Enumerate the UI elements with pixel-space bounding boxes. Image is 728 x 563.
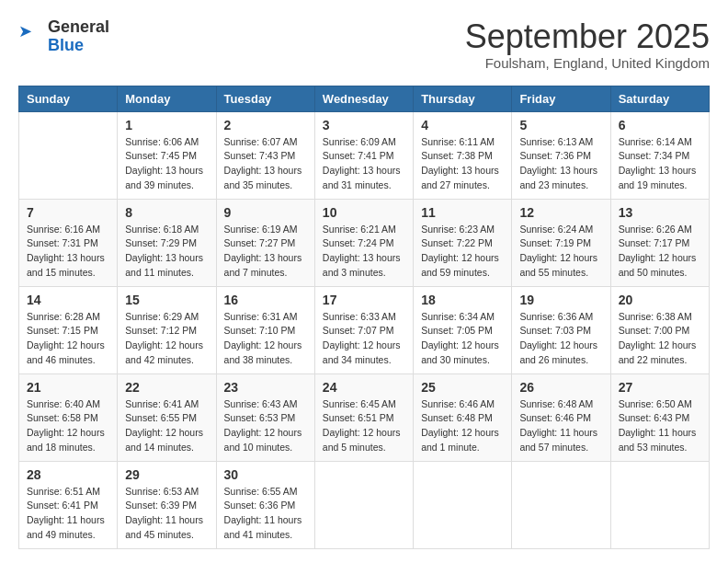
calendar-day-cell: 13Sunrise: 6:26 AMSunset: 7:17 PMDayligh…	[610, 199, 709, 286]
day-info: Sunrise: 6:38 AMSunset: 7:00 PMDaylight:…	[619, 310, 701, 368]
calendar-day-cell: 3Sunrise: 6:09 AMSunset: 7:41 PMDaylight…	[314, 111, 413, 199]
calendar-day-cell: 8Sunrise: 6:18 AMSunset: 7:29 PMDaylight…	[118, 199, 216, 286]
day-number: 18	[421, 293, 504, 307]
day-number: 26	[519, 380, 602, 395]
day-number: 23	[224, 380, 307, 395]
calendar-day-header: Friday	[512, 86, 610, 111]
page-header: ➤ General Blue September 2025 Foulsham, …	[18, 18, 710, 71]
calendar-day-cell	[314, 461, 413, 548]
calendar-week-row: 28Sunrise: 6:51 AMSunset: 6:41 PMDayligh…	[19, 461, 710, 548]
day-number: 12	[519, 205, 602, 220]
day-number: 4	[421, 118, 504, 132]
day-info: Sunrise: 6:21 AMSunset: 7:24 PMDaylight:…	[323, 223, 405, 281]
day-info: Sunrise: 6:31 AMSunset: 7:10 PMDaylight:…	[224, 310, 307, 368]
calendar-day-cell: 26Sunrise: 6:48 AMSunset: 6:46 PMDayligh…	[512, 373, 610, 461]
calendar-day-cell: 29Sunrise: 6:53 AMSunset: 6:39 PMDayligh…	[118, 461, 216, 548]
calendar-header-row: SundayMondayTuesdayWednesdayThursdayFrid…	[19, 86, 710, 111]
day-info: Sunrise: 6:43 AMSunset: 6:53 PMDaylight:…	[224, 397, 307, 455]
calendar-day-cell: 5Sunrise: 6:13 AMSunset: 7:36 PMDaylight…	[512, 111, 610, 199]
day-number: 10	[323, 205, 405, 220]
day-info: Sunrise: 6:16 AMSunset: 7:31 PMDaylight:…	[27, 223, 109, 281]
calendar-day-cell: 30Sunrise: 6:55 AMSunset: 6:36 PMDayligh…	[216, 461, 314, 548]
day-info: Sunrise: 6:06 AMSunset: 7:45 PMDaylight:…	[125, 135, 208, 193]
day-number: 15	[125, 293, 208, 307]
day-info: Sunrise: 6:50 AMSunset: 6:43 PMDaylight:…	[619, 397, 701, 455]
day-info: Sunrise: 6:46 AMSunset: 6:48 PMDaylight:…	[421, 397, 504, 455]
calendar-day-cell: 15Sunrise: 6:29 AMSunset: 7:12 PMDayligh…	[118, 286, 216, 373]
calendar-day-cell: 21Sunrise: 6:40 AMSunset: 6:58 PMDayligh…	[19, 373, 118, 461]
calendar-day-cell: 27Sunrise: 6:50 AMSunset: 6:43 PMDayligh…	[610, 373, 709, 461]
logo: ➤ General Blue	[18, 18, 109, 55]
calendar-day-header: Sunday	[19, 86, 118, 111]
day-number: 9	[224, 205, 307, 220]
day-info: Sunrise: 6:14 AMSunset: 7:34 PMDaylight:…	[619, 135, 701, 193]
day-number: 14	[27, 293, 109, 307]
calendar-day-header: Wednesday	[314, 86, 413, 111]
day-info: Sunrise: 6:29 AMSunset: 7:12 PMDaylight:…	[125, 310, 208, 368]
day-info: Sunrise: 6:07 AMSunset: 7:43 PMDaylight:…	[224, 135, 307, 193]
day-info: Sunrise: 6:45 AMSunset: 6:51 PMDaylight:…	[323, 397, 405, 455]
logo-general: General	[48, 18, 109, 37]
calendar-table: SundayMondayTuesdayWednesdayThursdayFrid…	[18, 86, 710, 549]
day-info: Sunrise: 6:28 AMSunset: 7:15 PMDaylight:…	[27, 310, 109, 368]
calendar-day-cell	[512, 461, 610, 548]
calendar-day-cell: 4Sunrise: 6:11 AMSunset: 7:38 PMDaylight…	[414, 111, 512, 199]
calendar-day-cell: 16Sunrise: 6:31 AMSunset: 7:10 PMDayligh…	[216, 286, 314, 373]
calendar-day-cell: 1Sunrise: 6:06 AMSunset: 7:45 PMDaylight…	[118, 111, 216, 199]
calendar-week-row: 14Sunrise: 6:28 AMSunset: 7:15 PMDayligh…	[19, 286, 710, 373]
day-number: 6	[619, 118, 701, 132]
day-number: 19	[519, 293, 602, 307]
calendar-day-cell: 2Sunrise: 6:07 AMSunset: 7:43 PMDaylight…	[216, 111, 314, 199]
calendar-day-cell: 17Sunrise: 6:33 AMSunset: 7:07 PMDayligh…	[314, 286, 413, 373]
calendar-day-header: Saturday	[610, 86, 709, 111]
day-number: 24	[323, 380, 405, 395]
day-number: 16	[224, 293, 307, 307]
day-info: Sunrise: 6:26 AMSunset: 7:17 PMDaylight:…	[619, 223, 701, 281]
calendar-day-header: Tuesday	[216, 86, 314, 111]
day-number: 20	[619, 293, 701, 307]
day-info: Sunrise: 6:41 AMSunset: 6:55 PMDaylight:…	[125, 397, 208, 455]
calendar-day-cell: 28Sunrise: 6:51 AMSunset: 6:41 PMDayligh…	[19, 461, 118, 548]
day-info: Sunrise: 6:09 AMSunset: 7:41 PMDaylight:…	[323, 135, 405, 193]
calendar-day-cell	[610, 461, 709, 548]
day-info: Sunrise: 6:51 AMSunset: 6:41 PMDaylight:…	[27, 485, 109, 543]
calendar-day-cell: 10Sunrise: 6:21 AMSunset: 7:24 PMDayligh…	[314, 199, 413, 286]
day-info: Sunrise: 6:13 AMSunset: 7:36 PMDaylight:…	[519, 135, 602, 193]
calendar-day-cell: 25Sunrise: 6:46 AMSunset: 6:48 PMDayligh…	[414, 373, 512, 461]
calendar-day-cell: 7Sunrise: 6:16 AMSunset: 7:31 PMDaylight…	[19, 199, 118, 286]
day-info: Sunrise: 6:53 AMSunset: 6:39 PMDaylight:…	[125, 485, 208, 543]
day-number: 28	[27, 467, 109, 482]
calendar-week-row: 7Sunrise: 6:16 AMSunset: 7:31 PMDaylight…	[19, 199, 710, 286]
day-info: Sunrise: 6:40 AMSunset: 6:58 PMDaylight:…	[27, 397, 109, 455]
day-info: Sunrise: 6:18 AMSunset: 7:29 PMDaylight:…	[125, 223, 208, 281]
month-title: September 2025	[465, 18, 710, 55]
title-block: September 2025 Foulsham, England, United…	[465, 18, 710, 71]
calendar-day-cell: 20Sunrise: 6:38 AMSunset: 7:00 PMDayligh…	[610, 286, 709, 373]
calendar-day-cell: 22Sunrise: 6:41 AMSunset: 6:55 PMDayligh…	[118, 373, 216, 461]
day-number: 22	[125, 380, 208, 395]
calendar-day-cell: 19Sunrise: 6:36 AMSunset: 7:03 PMDayligh…	[512, 286, 610, 373]
day-number: 1	[125, 118, 208, 132]
day-info: Sunrise: 6:55 AMSunset: 6:36 PMDaylight:…	[224, 485, 307, 543]
calendar-day-header: Thursday	[414, 86, 512, 111]
logo-text: General Blue	[48, 18, 109, 55]
day-number: 5	[519, 118, 602, 132]
day-info: Sunrise: 6:24 AMSunset: 7:19 PMDaylight:…	[519, 223, 602, 281]
calendar-day-cell: 9Sunrise: 6:19 AMSunset: 7:27 PMDaylight…	[216, 199, 314, 286]
calendar-day-cell	[414, 461, 512, 548]
calendar-day-cell: 18Sunrise: 6:34 AMSunset: 7:05 PMDayligh…	[414, 286, 512, 373]
logo-icon: ➤	[18, 24, 44, 50]
day-number: 25	[421, 380, 504, 395]
svg-text:➤: ➤	[18, 24, 32, 40]
day-info: Sunrise: 6:36 AMSunset: 7:03 PMDaylight:…	[519, 310, 602, 368]
day-info: Sunrise: 6:34 AMSunset: 7:05 PMDaylight:…	[421, 310, 504, 368]
calendar-day-cell: 23Sunrise: 6:43 AMSunset: 6:53 PMDayligh…	[216, 373, 314, 461]
day-info: Sunrise: 6:11 AMSunset: 7:38 PMDaylight:…	[421, 135, 504, 193]
calendar-day-cell: 14Sunrise: 6:28 AMSunset: 7:15 PMDayligh…	[19, 286, 118, 373]
calendar-day-cell: 12Sunrise: 6:24 AMSunset: 7:19 PMDayligh…	[512, 199, 610, 286]
calendar-week-row: 1Sunrise: 6:06 AMSunset: 7:45 PMDaylight…	[19, 111, 710, 199]
calendar-week-row: 21Sunrise: 6:40 AMSunset: 6:58 PMDayligh…	[19, 373, 710, 461]
day-number: 7	[27, 205, 109, 220]
day-info: Sunrise: 6:23 AMSunset: 7:22 PMDaylight:…	[421, 223, 504, 281]
calendar-day-cell	[19, 111, 118, 199]
